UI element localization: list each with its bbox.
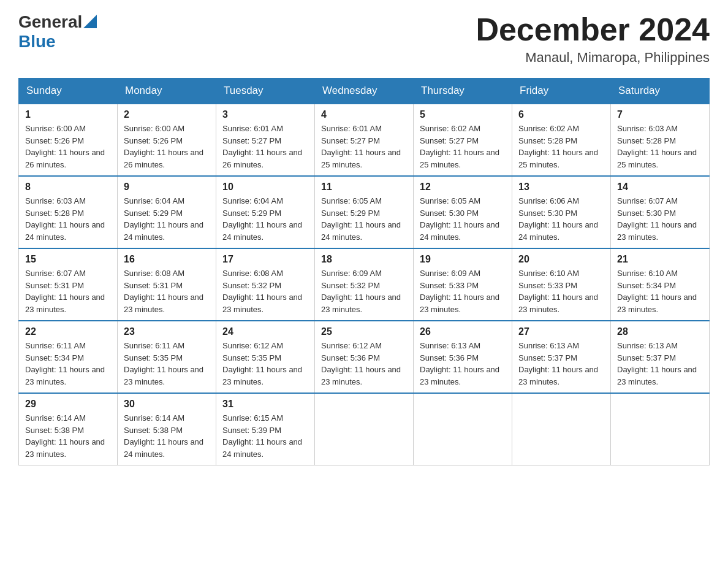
day-info: Sunrise: 6:08 AMSunset: 5:32 PMDaylight:…	[222, 269, 302, 314]
calendar-header-row: SundayMondayTuesdayWednesdayThursdayFrid…	[19, 79, 710, 104]
day-info: Sunrise: 6:09 AMSunset: 5:33 PMDaylight:…	[420, 269, 499, 314]
calendar-cell: 4 Sunrise: 6:01 AMSunset: 5:27 PMDayligh…	[315, 104, 414, 176]
day-info: Sunrise: 6:01 AMSunset: 5:27 PMDaylight:…	[321, 124, 401, 169]
logo-text-blue: Blue	[18, 32, 56, 52]
calendar-week-row: 1 Sunrise: 6:00 AMSunset: 5:26 PMDayligh…	[19, 104, 710, 176]
day-number: 1	[25, 109, 111, 120]
day-number: 17	[222, 254, 308, 265]
calendar-cell: 20 Sunrise: 6:10 AMSunset: 5:33 PMDaylig…	[512, 248, 611, 321]
day-number: 26	[420, 326, 506, 337]
calendar-cell: 11 Sunrise: 6:05 AMSunset: 5:29 PMDaylig…	[315, 176, 414, 248]
day-info: Sunrise: 6:14 AMSunset: 5:38 PMDaylight:…	[25, 413, 105, 459]
calendar-cell: 31 Sunrise: 6:15 AMSunset: 5:39 PMDaylig…	[216, 393, 315, 465]
col-header-sunday: Sunday	[19, 79, 118, 104]
day-info: Sunrise: 6:11 AMSunset: 5:34 PMDaylight:…	[25, 341, 105, 386]
calendar-table: SundayMondayTuesdayWednesdayThursdayFrid…	[18, 78, 710, 465]
day-number: 11	[321, 182, 407, 193]
day-info: Sunrise: 6:12 AMSunset: 5:36 PMDaylight:…	[321, 341, 401, 386]
day-info: Sunrise: 6:13 AMSunset: 5:37 PMDaylight:…	[617, 341, 697, 386]
day-info: Sunrise: 6:03 AMSunset: 5:28 PMDaylight:…	[617, 124, 697, 169]
calendar-cell: 21 Sunrise: 6:10 AMSunset: 5:34 PMDaylig…	[611, 248, 710, 321]
calendar-cell: 15 Sunrise: 6:07 AMSunset: 5:31 PMDaylig…	[19, 248, 118, 321]
day-info: Sunrise: 6:01 AMSunset: 5:27 PMDaylight:…	[222, 124, 302, 169]
logo-triangle-icon	[83, 15, 97, 28]
day-info: Sunrise: 6:09 AMSunset: 5:32 PMDaylight:…	[321, 269, 401, 314]
day-number: 14	[617, 182, 703, 193]
day-number: 16	[124, 254, 210, 265]
logo: General Blue	[18, 12, 97, 52]
day-info: Sunrise: 6:07 AMSunset: 5:31 PMDaylight:…	[25, 269, 105, 314]
title-block: December 2024 Manaul, Mimaropa, Philippi…	[476, 12, 710, 66]
day-info: Sunrise: 6:03 AMSunset: 5:28 PMDaylight:…	[25, 196, 105, 242]
calendar-cell	[315, 393, 414, 465]
calendar-cell	[611, 393, 710, 465]
day-number: 28	[617, 326, 703, 337]
day-number: 15	[25, 254, 111, 265]
day-info: Sunrise: 6:00 AMSunset: 5:26 PMDaylight:…	[25, 124, 105, 169]
calendar-cell: 26 Sunrise: 6:13 AMSunset: 5:36 PMDaylig…	[414, 321, 512, 393]
day-number: 19	[420, 254, 506, 265]
day-number: 10	[222, 182, 308, 193]
calendar-week-row: 29 Sunrise: 6:14 AMSunset: 5:38 PMDaylig…	[19, 393, 710, 465]
calendar-cell: 19 Sunrise: 6:09 AMSunset: 5:33 PMDaylig…	[414, 248, 512, 321]
day-number: 27	[518, 326, 604, 337]
col-header-saturday: Saturday	[611, 79, 710, 104]
day-info: Sunrise: 6:15 AMSunset: 5:39 PMDaylight:…	[222, 413, 302, 459]
day-number: 21	[617, 254, 703, 265]
day-info: Sunrise: 6:12 AMSunset: 5:35 PMDaylight:…	[222, 341, 302, 386]
day-info: Sunrise: 6:06 AMSunset: 5:30 PMDaylight:…	[518, 196, 598, 242]
calendar-cell: 16 Sunrise: 6:08 AMSunset: 5:31 PMDaylig…	[118, 248, 216, 321]
day-number: 6	[518, 109, 604, 120]
calendar-cell	[512, 393, 611, 465]
day-info: Sunrise: 6:04 AMSunset: 5:29 PMDaylight:…	[124, 196, 203, 242]
calendar-cell: 7 Sunrise: 6:03 AMSunset: 5:28 PMDayligh…	[611, 104, 710, 176]
calendar-cell: 24 Sunrise: 6:12 AMSunset: 5:35 PMDaylig…	[216, 321, 315, 393]
calendar-cell: 30 Sunrise: 6:14 AMSunset: 5:38 PMDaylig…	[118, 393, 216, 465]
calendar-cell: 23 Sunrise: 6:11 AMSunset: 5:35 PMDaylig…	[118, 321, 216, 393]
day-info: Sunrise: 6:11 AMSunset: 5:35 PMDaylight:…	[124, 341, 203, 386]
calendar-cell: 5 Sunrise: 6:02 AMSunset: 5:27 PMDayligh…	[414, 104, 512, 176]
col-header-wednesday: Wednesday	[315, 79, 414, 104]
calendar-cell: 27 Sunrise: 6:13 AMSunset: 5:37 PMDaylig…	[512, 321, 611, 393]
calendar-cell: 9 Sunrise: 6:04 AMSunset: 5:29 PMDayligh…	[118, 176, 216, 248]
svg-marker-0	[83, 15, 97, 28]
day-number: 30	[124, 399, 210, 410]
day-info: Sunrise: 6:07 AMSunset: 5:30 PMDaylight:…	[617, 196, 697, 242]
logo-text-general: General	[18, 12, 82, 32]
day-info: Sunrise: 6:05 AMSunset: 5:30 PMDaylight:…	[420, 196, 499, 242]
day-number: 9	[124, 182, 210, 193]
month-title: December 2024	[476, 12, 710, 47]
calendar-cell	[414, 393, 512, 465]
calendar-cell: 12 Sunrise: 6:05 AMSunset: 5:30 PMDaylig…	[414, 176, 512, 248]
day-info: Sunrise: 6:00 AMSunset: 5:26 PMDaylight:…	[124, 124, 203, 169]
calendar-cell: 18 Sunrise: 6:09 AMSunset: 5:32 PMDaylig…	[315, 248, 414, 321]
calendar-cell: 1 Sunrise: 6:00 AMSunset: 5:26 PMDayligh…	[19, 104, 118, 176]
day-number: 18	[321, 254, 407, 265]
calendar-cell: 10 Sunrise: 6:04 AMSunset: 5:29 PMDaylig…	[216, 176, 315, 248]
calendar-cell: 25 Sunrise: 6:12 AMSunset: 5:36 PMDaylig…	[315, 321, 414, 393]
day-info: Sunrise: 6:13 AMSunset: 5:36 PMDaylight:…	[420, 341, 499, 386]
day-info: Sunrise: 6:04 AMSunset: 5:29 PMDaylight:…	[222, 196, 302, 242]
col-header-tuesday: Tuesday	[216, 79, 315, 104]
day-number: 4	[321, 109, 407, 120]
page-header: General Blue December 2024 Manaul, Mimar…	[18, 12, 710, 66]
calendar-cell: 2 Sunrise: 6:00 AMSunset: 5:26 PMDayligh…	[118, 104, 216, 176]
day-number: 22	[25, 326, 111, 337]
day-number: 13	[518, 182, 604, 193]
col-header-thursday: Thursday	[414, 79, 512, 104]
calendar-cell: 3 Sunrise: 6:01 AMSunset: 5:27 PMDayligh…	[216, 104, 315, 176]
calendar-week-row: 15 Sunrise: 6:07 AMSunset: 5:31 PMDaylig…	[19, 248, 710, 321]
day-info: Sunrise: 6:05 AMSunset: 5:29 PMDaylight:…	[321, 196, 401, 242]
day-number: 2	[124, 109, 210, 120]
day-number: 5	[420, 109, 506, 120]
day-number: 23	[124, 326, 210, 337]
calendar-cell: 29 Sunrise: 6:14 AMSunset: 5:38 PMDaylig…	[19, 393, 118, 465]
day-number: 24	[222, 326, 308, 337]
day-info: Sunrise: 6:02 AMSunset: 5:28 PMDaylight:…	[518, 124, 598, 169]
col-header-friday: Friday	[512, 79, 611, 104]
day-number: 12	[420, 182, 506, 193]
day-info: Sunrise: 6:13 AMSunset: 5:37 PMDaylight:…	[518, 341, 598, 386]
calendar-cell: 14 Sunrise: 6:07 AMSunset: 5:30 PMDaylig…	[611, 176, 710, 248]
calendar-cell: 6 Sunrise: 6:02 AMSunset: 5:28 PMDayligh…	[512, 104, 611, 176]
day-info: Sunrise: 6:14 AMSunset: 5:38 PMDaylight:…	[124, 413, 203, 459]
